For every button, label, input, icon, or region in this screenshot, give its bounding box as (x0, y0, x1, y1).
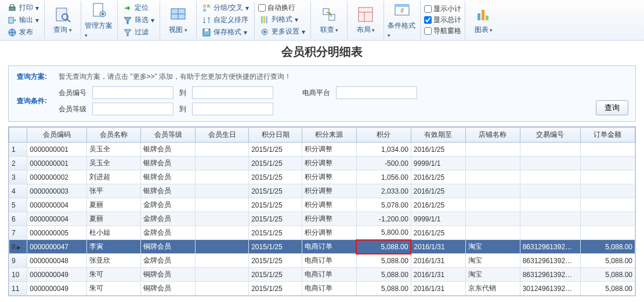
cell[interactable]: 30124961392… (520, 282, 580, 296)
cell[interactable]: 积分调整 (302, 226, 357, 240)
cell[interactable]: 2015/1/25 (249, 268, 302, 282)
cell[interactable]: 0000000049 (27, 282, 86, 296)
scheme-button[interactable]: 管理方案 (85, 1, 114, 39)
cell[interactable]: 2016/1/25 (411, 198, 465, 212)
cell[interactable]: 淘宝 (465, 240, 520, 254)
cell[interactable]: 积分调整 (302, 212, 357, 226)
cell[interactable] (580, 212, 635, 226)
cell[interactable] (520, 184, 580, 198)
memberno-to-input[interactable] (192, 86, 273, 99)
cell[interactable]: 金牌会员 (141, 198, 196, 212)
cell[interactable]: 3 (9, 170, 27, 184)
publish-button[interactable]: 发布 (6, 27, 41, 38)
cell[interactable]: 2015/1/25 (249, 143, 302, 157)
cell[interactable]: 2016/1/31 (411, 268, 465, 282)
cell[interactable]: 8 (9, 240, 27, 254)
cell[interactable]: 0000000003 (27, 184, 86, 198)
view-button[interactable]: 视图 (164, 5, 193, 35)
table-row[interactable]: 60000000004夏丽金牌会员2015/1/25积分调整-1,200.009… (9, 212, 635, 226)
cell[interactable] (196, 282, 249, 296)
col-header[interactable]: 会员生日 (196, 128, 249, 143)
cell[interactable]: 2015/1/25 (249, 198, 302, 212)
cell[interactable]: 2016/1/25 (411, 226, 465, 240)
table-row[interactable]: 20000000001吴玉全银牌会员2015/1/25积分调整-500.0099… (9, 157, 635, 170)
cell[interactable]: 2015/1/25 (249, 226, 302, 240)
table-row[interactable]: 10000000001吴玉全银牌会员2015/1/25积分调整1,034.002… (9, 143, 635, 157)
cell[interactable]: 5,088.00 (356, 268, 411, 282)
col-header[interactable]: 会员名称 (86, 128, 141, 143)
col-header[interactable]: 交易编号 (520, 128, 580, 143)
autowrap-check[interactable]: 自动换行 (258, 3, 307, 13)
cell[interactable]: 张平 (86, 184, 141, 198)
table-row[interactable]: 80000000047李寅铜牌会员2015/1/25电商订单5,088.0020… (9, 240, 635, 254)
cell[interactable]: 吴玉全 (86, 157, 141, 170)
cell[interactable] (580, 170, 635, 184)
subtotal-check[interactable]: 显示小计 (424, 4, 461, 14)
col-header[interactable]: 会员编码 (27, 128, 86, 143)
cell[interactable] (520, 212, 580, 226)
cell[interactable] (465, 198, 520, 212)
cell[interactable]: 电商订单 (302, 282, 357, 296)
cell[interactable]: 5,088.00 (356, 282, 411, 296)
cell[interactable]: 2015/1/25 (249, 212, 302, 226)
col-header[interactable] (9, 128, 27, 143)
level-from-input[interactable] (92, 103, 173, 115)
col-header[interactable]: 积分来源 (302, 128, 357, 143)
table-row[interactable]: 40000000003张平银牌会员2015/1/25积分调整2,033.0020… (9, 184, 635, 198)
level-to-input[interactable] (192, 103, 273, 115)
cell[interactable] (196, 170, 249, 184)
cell[interactable] (580, 198, 635, 212)
cell[interactable]: 9999/1/1 (411, 157, 465, 170)
link-button[interactable]: 联查 (314, 5, 343, 35)
cell[interactable]: 10 (9, 268, 27, 282)
cell[interactable]: 5,088.00 (580, 240, 635, 254)
cell[interactable]: 金牌会员 (141, 212, 196, 226)
cell[interactable]: 2016/1/25 (411, 184, 465, 198)
cell[interactable]: 铜牌会员 (141, 282, 196, 296)
cell[interactable] (465, 184, 520, 198)
cell[interactable]: 朱可 (86, 282, 141, 296)
cell[interactable]: 积分调整 (302, 143, 357, 157)
cell[interactable]: 铜牌会员 (141, 240, 196, 254)
cell[interactable] (580, 226, 635, 240)
cell[interactable]: 刘进超 (86, 170, 141, 184)
print-menu[interactable]: 打印▾ (6, 2, 41, 13)
chart-button[interactable]: 图表 (469, 5, 498, 35)
cell[interactable] (196, 157, 249, 170)
cell[interactable]: 5,088.00 (580, 282, 635, 296)
cell[interactable]: 2016/1/31 (411, 240, 465, 254)
savefmt-menu[interactable]: 保存格式▾ (200, 27, 251, 38)
cell[interactable]: 金牌会员 (141, 254, 196, 268)
cell[interactable]: 积分调整 (302, 198, 357, 212)
total-checkbox[interactable] (424, 16, 432, 24)
cell[interactable]: 5,088.00 (356, 240, 411, 254)
more-menu[interactable]: 更多设置▾ (258, 26, 307, 37)
platform-input[interactable] (336, 86, 417, 99)
cell[interactable] (580, 157, 635, 170)
col-header[interactable]: 有效期至 (411, 128, 465, 143)
cell[interactable]: 2016/1/31 (411, 254, 465, 268)
total-check[interactable]: 显示总计 (424, 15, 461, 25)
cell[interactable]: 11 (9, 282, 27, 296)
cell[interactable]: 铜牌会员 (141, 268, 196, 282)
col-header[interactable]: 会员等级 (141, 128, 196, 143)
col-header[interactable]: 店铺名称 (465, 128, 520, 143)
cell[interactable]: 86312961392… (520, 268, 580, 282)
cell[interactable]: 张亚欣 (86, 254, 141, 268)
cell[interactable]: 2015/1/25 (249, 282, 302, 296)
cell[interactable] (196, 254, 249, 268)
cell[interactable]: 2015/1/25 (249, 184, 302, 198)
cell[interactable]: 2016/1/31 (411, 282, 465, 296)
cell[interactable]: 0000000004 (27, 212, 86, 226)
cell[interactable]: 2016/1/25 (411, 170, 465, 184)
cell[interactable]: 0000000049 (27, 268, 86, 282)
cell[interactable]: 4 (9, 184, 27, 198)
cell[interactable]: 1 (9, 143, 27, 157)
cell[interactable]: 5 (9, 198, 27, 212)
cell[interactable]: 积分调整 (302, 170, 357, 184)
sort-button[interactable]: 自定义排序 (200, 14, 251, 26)
cell[interactable]: 86312961392… (520, 254, 580, 268)
cell[interactable]: 2016/1/25 (411, 143, 465, 157)
filter2-button[interactable]: 过滤 (121, 27, 156, 38)
cell[interactable]: 银牌会员 (141, 184, 196, 198)
